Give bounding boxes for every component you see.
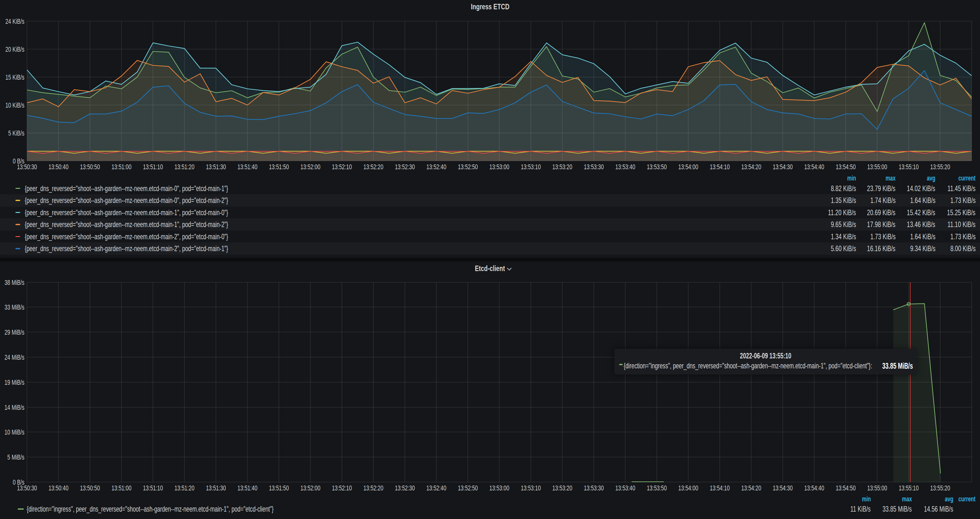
svg-text:5 KiB/s: 5 KiB/s xyxy=(8,129,24,137)
svg-text:13:50:30: 13:50:30 xyxy=(17,484,37,492)
svg-text:14 MiB/s: 14 MiB/s xyxy=(5,404,24,411)
svg-text:13:52:50: 13:52:50 xyxy=(458,163,478,171)
svg-text:13:51:50: 13:51:50 xyxy=(269,484,289,492)
svg-text:13:54:40: 13:54:40 xyxy=(804,163,824,171)
svg-text:13:50:30: 13:50:30 xyxy=(17,163,37,171)
svg-text:24 KiB/s: 24 KiB/s xyxy=(5,17,24,25)
svg-text:13:53:00: 13:53:00 xyxy=(489,163,509,171)
svg-text:24 MiB/s: 24 MiB/s xyxy=(5,354,24,361)
svg-text:13:55:20: 13:55:20 xyxy=(930,163,950,171)
svg-text:20 KiB/s: 20 KiB/s xyxy=(5,46,24,53)
svg-text:13:51:40: 13:51:40 xyxy=(237,484,258,492)
svg-text:33 MiB/s: 33 MiB/s xyxy=(5,303,24,311)
svg-text:19 MiB/s: 19 MiB/s xyxy=(5,379,24,386)
svg-text:13:54:10: 13:54:10 xyxy=(710,484,730,492)
svg-text:13:52:30: 13:52:30 xyxy=(395,163,415,171)
svg-text:38 MiB/s: 38 MiB/s xyxy=(5,279,24,286)
svg-text:13:55:10: 13:55:10 xyxy=(899,163,919,171)
svg-text:5 MiB/s: 5 MiB/s xyxy=(7,454,24,461)
svg-text:13:53:40: 13:53:40 xyxy=(615,163,635,171)
svg-text:13:54:30: 13:54:30 xyxy=(773,484,793,492)
svg-text:13:53:30: 13:53:30 xyxy=(584,163,604,171)
svg-text:13:51:00: 13:51:00 xyxy=(111,484,131,492)
svg-text:13:53:40: 13:53:40 xyxy=(615,484,635,492)
svg-text:13:50:50: 13:50:50 xyxy=(80,484,100,492)
svg-text:13:52:00: 13:52:00 xyxy=(301,163,320,171)
svg-text:13:54:20: 13:54:20 xyxy=(741,484,761,492)
svg-text:13:53:00: 13:53:00 xyxy=(489,484,509,492)
svg-text:13:52:40: 13:52:40 xyxy=(426,484,446,492)
svg-text:13:55:20: 13:55:20 xyxy=(930,484,950,492)
svg-text:13:54:30: 13:54:30 xyxy=(773,163,793,171)
svg-text:13:51:10: 13:51:10 xyxy=(143,163,163,171)
svg-text:13:55:10: 13:55:10 xyxy=(899,484,919,492)
svg-text:13:51:40: 13:51:40 xyxy=(237,163,258,171)
svg-text:13:50:40: 13:50:40 xyxy=(49,163,68,171)
svg-text:13:51:10: 13:51:10 xyxy=(143,484,163,492)
svg-text:13:52:10: 13:52:10 xyxy=(332,484,352,492)
svg-text:13:54:40: 13:54:40 xyxy=(804,484,824,492)
svg-text:13:54:20: 13:54:20 xyxy=(741,163,761,171)
svg-text:13:52:40: 13:52:40 xyxy=(426,163,446,171)
svg-text:15 KiB/s: 15 KiB/s xyxy=(5,73,24,81)
svg-text:13:52:30: 13:52:30 xyxy=(395,484,415,492)
svg-text:13:54:10: 13:54:10 xyxy=(710,163,730,171)
svg-text:13:51:00: 13:51:00 xyxy=(111,163,131,171)
svg-text:29 MiB/s: 29 MiB/s xyxy=(5,329,24,336)
svg-text:13:54:00: 13:54:00 xyxy=(678,163,698,171)
svg-text:10 KiB/s: 10 KiB/s xyxy=(5,102,24,109)
svg-text:13:50:50: 13:50:50 xyxy=(80,163,100,171)
svg-text:13:51:20: 13:51:20 xyxy=(175,484,194,492)
svg-text:13:52:20: 13:52:20 xyxy=(363,484,383,492)
svg-text:13:51:30: 13:51:30 xyxy=(206,484,226,492)
svg-text:13:52:00: 13:52:00 xyxy=(301,484,320,492)
svg-text:13:54:50: 13:54:50 xyxy=(836,163,856,171)
svg-text:13:52:50: 13:52:50 xyxy=(458,484,478,492)
svg-text:13:52:20: 13:52:20 xyxy=(363,163,383,171)
svg-text:13:52:10: 13:52:10 xyxy=(332,163,352,171)
svg-text:13:55:00: 13:55:00 xyxy=(867,484,887,492)
svg-text:13:53:10: 13:53:10 xyxy=(521,484,541,492)
svg-text:13:53:10: 13:53:10 xyxy=(521,163,541,171)
svg-text:13:54:50: 13:54:50 xyxy=(836,484,856,492)
svg-text:13:51:30: 13:51:30 xyxy=(206,163,226,171)
svg-text:10 MiB/s: 10 MiB/s xyxy=(5,429,24,436)
svg-text:13:53:30: 13:53:30 xyxy=(584,484,604,492)
svg-text:13:53:20: 13:53:20 xyxy=(552,484,572,492)
svg-text:13:53:50: 13:53:50 xyxy=(647,163,667,171)
svg-text:13:51:50: 13:51:50 xyxy=(269,163,289,171)
svg-text:13:55:00: 13:55:00 xyxy=(867,163,887,171)
svg-text:13:53:20: 13:53:20 xyxy=(552,163,572,171)
svg-text:13:50:40: 13:50:40 xyxy=(49,484,68,492)
svg-text:13:54:00: 13:54:00 xyxy=(678,484,698,492)
svg-text:13:53:50: 13:53:50 xyxy=(647,484,667,492)
svg-text:13:51:20: 13:51:20 xyxy=(175,163,194,171)
